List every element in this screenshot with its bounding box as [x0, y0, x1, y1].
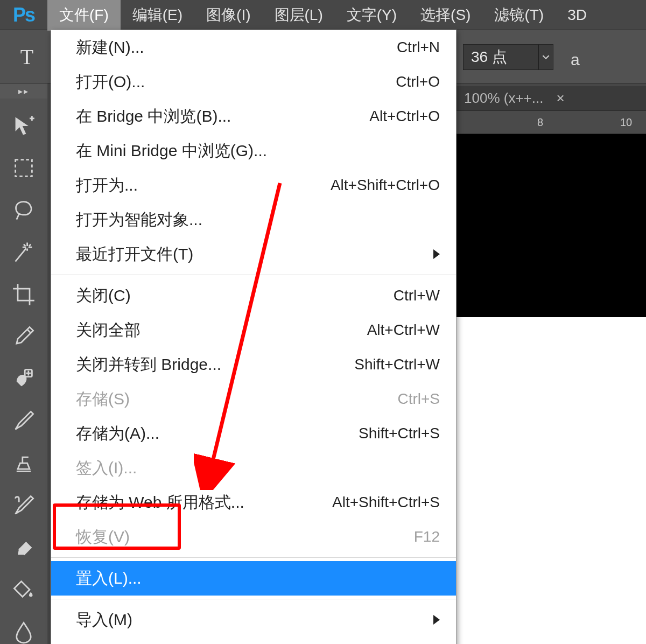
- app-window: Ps 文件(F) 编辑(E) 图像(I) 图层(L) 文字(Y) 选择(S) 滤…: [0, 0, 646, 644]
- menu-item-shortcut: Alt+Shift+Ctrl+S: [332, 491, 440, 515]
- canvas-area[interactable]: [457, 317, 646, 644]
- menu-item-close-to-bridge[interactable]: 关闭并转到 Bridge... Shift+Ctrl+W: [51, 347, 456, 382]
- menu-separator: [51, 599, 456, 599]
- menu-item-shortcut: Ctrl+W: [394, 284, 440, 308]
- paint-bucket-tool-icon[interactable]: [7, 578, 40, 601]
- close-icon[interactable]: ×: [556, 90, 564, 107]
- menu-item-label: 关闭(C): [76, 283, 131, 309]
- menu-item-import[interactable]: 导入(M): [51, 603, 456, 637]
- menu-item-save[interactable]: 存储(S) Ctrl+S: [51, 382, 456, 416]
- menu-item-label: 关闭并转到 Bridge...: [76, 352, 221, 377]
- menu-select[interactable]: 选择(S): [409, 0, 482, 31]
- menu-item-label: 存储(S): [76, 386, 130, 412]
- menu-item-shortcut: Ctrl+O: [396, 70, 440, 94]
- type-tool-preset-icon[interactable]: T: [11, 44, 43, 69]
- brush-tool-icon[interactable]: [7, 409, 40, 433]
- menu-item-browse-bridge[interactable]: 在 Bridge 中浏览(B)... Alt+Ctrl+O: [51, 99, 456, 134]
- clone-stamp-tool-icon[interactable]: [7, 451, 40, 475]
- menu-file[interactable]: 文件(F): [47, 0, 121, 31]
- font-size-dropdown-icon[interactable]: [538, 44, 553, 70]
- ruler-tick: 10: [620, 116, 632, 129]
- menu-item-label: 关闭全部: [76, 317, 141, 343]
- menu-item-close-all[interactable]: 关闭全部 Alt+Ctrl+W: [51, 313, 456, 347]
- menu-item-open-as[interactable]: 打开为... Alt+Shift+Ctrl+O: [51, 168, 456, 202]
- menu-item-label: 打开为智能对象...: [76, 207, 202, 233]
- menu-item-place[interactable]: 置入(L)...: [51, 561, 456, 596]
- menu-item-label: 打开(O)...: [76, 69, 145, 95]
- menu-item-revert[interactable]: 恢复(V) F12: [51, 520, 456, 554]
- menu-item-label: 存储为 Web 所用格式...: [76, 489, 244, 515]
- lasso-tool-icon[interactable]: [7, 198, 40, 222]
- menu-layer[interactable]: 图层(L): [263, 0, 335, 31]
- anti-alias-icon[interactable]: a: [571, 51, 580, 69]
- menu-separator: [51, 557, 456, 558]
- menu-item-close[interactable]: 关闭(C) Ctrl+W: [51, 278, 456, 313]
- menu-item-label: 导出(E): [76, 641, 130, 644]
- blur-tool-icon[interactable]: [7, 620, 40, 644]
- menu-item-label: 打开为...: [76, 172, 138, 198]
- menu-filter[interactable]: 滤镜(T): [482, 0, 556, 31]
- sidebar-toggle[interactable]: ▸▸: [0, 83, 47, 99]
- menu-item-shortcut: F12: [414, 525, 440, 549]
- menu-edit[interactable]: 编辑(E): [121, 0, 194, 31]
- marquee-tool-icon[interactable]: [7, 156, 40, 179]
- menu-item-shortcut: Alt+Ctrl+W: [367, 318, 440, 342]
- menu-3d[interactable]: 3D: [556, 1, 599, 29]
- eyedropper-tool-icon[interactable]: [7, 325, 40, 348]
- move-tool-icon[interactable]: [7, 114, 40, 137]
- menu-separator: [51, 275, 456, 275]
- menu-item-label: 在 Bridge 中浏览(B)...: [76, 103, 231, 129]
- app-logo: Ps: [0, 4, 47, 26]
- submenu-arrow-icon: [433, 249, 440, 259]
- crop-tool-icon[interactable]: [7, 283, 40, 306]
- canvas-dark-area: [457, 134, 646, 317]
- menu-item-save-as[interactable]: 存储为(A)... Shift+Ctrl+S: [51, 416, 456, 451]
- document-tab[interactable]: 100% (x++... ×: [457, 86, 572, 110]
- menu-image[interactable]: 图像(I): [194, 0, 262, 31]
- svg-rect-0: [16, 159, 32, 176]
- menu-item-label: 最近打开文件(T): [76, 241, 193, 267]
- menu-item-shortcut: Shift+Ctrl+W: [354, 353, 440, 377]
- menubar: Ps 文件(F) 编辑(E) 图像(I) 图层(L) 文字(Y) 选择(S) 滤…: [0, 0, 646, 30]
- menu-item-shortcut: Ctrl+N: [397, 36, 440, 60]
- menu-item-label: 新建(N)...: [76, 34, 144, 60]
- menu-item-shortcut: Alt+Shift+Ctrl+O: [331, 173, 440, 198]
- menu-item-browse-mini-bridge[interactable]: 在 Mini Bridge 中浏览(G)...: [51, 134, 456, 168]
- menu-item-label: 导入(M): [76, 607, 132, 633]
- ruler-tick: 8: [537, 116, 543, 129]
- document-tab-title: 100% (x++...: [464, 90, 543, 107]
- menu-item-shortcut: Shift+Ctrl+S: [359, 422, 440, 446]
- menu-item-shortcut: Ctrl+S: [397, 387, 440, 411]
- menu-item-save-for-web[interactable]: 存储为 Web 所用格式... Alt+Shift+Ctrl+S: [51, 485, 456, 520]
- document-tabbar: 100% (x++... ×: [457, 86, 646, 110]
- menu-item-label: 在 Mini Bridge 中浏览(G)...: [76, 138, 267, 164]
- submenu-arrow-icon: [433, 615, 440, 625]
- tool-strip: [0, 99, 47, 644]
- menu-item-label: 存储为(A)...: [76, 421, 159, 446]
- ruler: 8 10: [457, 110, 646, 134]
- font-size-field[interactable]: 36 点: [463, 44, 538, 70]
- menu-item-label: 恢复(V): [76, 524, 130, 550]
- magic-wand-tool-icon[interactable]: [7, 240, 40, 264]
- menu-item-export[interactable]: 导出(E): [51, 637, 456, 644]
- menu-type[interactable]: 文字(Y): [335, 0, 409, 31]
- menu-item-shortcut: Alt+Ctrl+O: [369, 104, 440, 129]
- menu-item-label: 签入(I)...: [76, 455, 137, 481]
- menu-item-new[interactable]: 新建(N)... Ctrl+N: [51, 30, 456, 65]
- menu-item-open[interactable]: 打开(O)... Ctrl+O: [51, 65, 456, 99]
- file-menu-dropdown: 新建(N)... Ctrl+N 打开(O)... Ctrl+O 在 Bridge…: [51, 30, 457, 644]
- menu-item-recent[interactable]: 最近打开文件(T): [51, 237, 456, 271]
- menu-item-label: 置入(L)...: [76, 565, 142, 591]
- healing-brush-tool-icon[interactable]: [7, 367, 40, 390]
- eraser-tool-icon[interactable]: [7, 536, 40, 559]
- menu-item-checkin[interactable]: 签入(I)...: [51, 451, 456, 485]
- menu-item-open-as-smart[interactable]: 打开为智能对象...: [51, 202, 456, 237]
- history-brush-tool-icon[interactable]: [7, 494, 40, 517]
